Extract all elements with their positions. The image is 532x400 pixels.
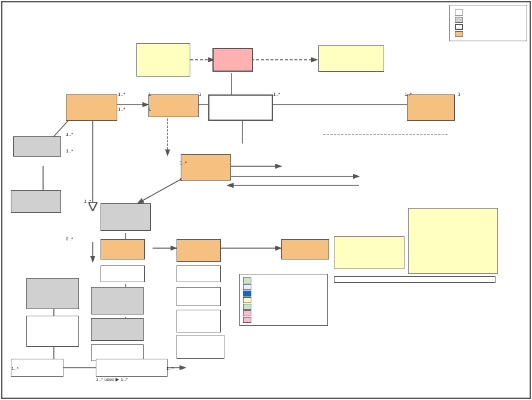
tc-planetary-swatch <box>243 291 251 297</box>
ad-element-rel-node <box>11 190 61 213</box>
soi-node <box>208 94 273 121</box>
mult-11: 1..* <box>84 199 91 204</box>
basis-note <box>334 236 405 269</box>
mult-8: 1 <box>458 91 460 97</box>
concern-node <box>91 318 144 341</box>
architecture-view-node <box>177 310 221 332</box>
mult-4: 1 <box>148 106 151 112</box>
ontology-element-node <box>177 239 221 262</box>
tc-natural-abiotic <box>243 284 324 290</box>
architecture-viewpoint-node <box>91 287 144 314</box>
system-class-node <box>281 239 329 259</box>
model-kind-node <box>177 265 221 282</box>
system-description-node <box>181 154 231 181</box>
mult-10: 1..* <box>66 148 73 154</box>
adf-note-node <box>318 45 384 72</box>
sysdescadf-node <box>148 94 199 117</box>
soladf-node <box>407 94 455 121</box>
stakeholder-node <box>177 287 221 306</box>
mult-14: 0..* <box>66 236 73 242</box>
overall-box <box>334 276 495 283</box>
ad-element-node <box>13 136 61 157</box>
legend-item-concrete <box>455 10 522 16</box>
mult-12: 1..* <box>180 160 187 166</box>
stakeholder-perspective-node <box>177 335 224 359</box>
legend-box <box>449 5 527 41</box>
mult-16: 1..* <box>166 366 174 371</box>
mult-5: 1 <box>199 91 201 97</box>
aspect-node <box>101 239 145 259</box>
label-uses2: 1..* uses ▶ 1..* <box>96 377 128 382</box>
mult-6: 1..* <box>273 91 280 97</box>
sdsf-node <box>212 48 253 72</box>
correspondence-node <box>11 359 63 377</box>
tc-designed-physical <box>243 297 324 303</box>
mult-7: 1..* <box>405 91 412 97</box>
mult-9: 1..* <box>66 132 73 137</box>
legend-item-abstract <box>455 17 522 23</box>
mult-13: 1 <box>180 177 182 182</box>
mult-3: 1 <box>148 91 151 97</box>
top-classes-box <box>239 274 328 326</box>
adl-node <box>26 316 79 347</box>
concrete-swatch <box>455 10 463 16</box>
sdsf-note-node <box>136 43 190 77</box>
adf-node <box>26 278 79 309</box>
legend-item-soi <box>455 24 522 30</box>
tc-planetary <box>243 291 324 297</box>
architecture-description-node <box>101 203 151 231</box>
mult-2: 1..* <box>118 106 125 112</box>
tc-natural <box>243 277 324 283</box>
abstract-swatch <box>455 17 463 23</box>
tc-natural-abiotic-swatch <box>243 284 251 290</box>
legend-node-box <box>101 265 145 282</box>
mult-1: 1..* <box>118 91 125 97</box>
tc-transcendental <box>243 317 324 323</box>
correspondence-method-node <box>96 359 168 377</box>
mult-15: 1..* <box>11 366 19 371</box>
syselement-swatch <box>455 31 463 37</box>
structural-category-node <box>66 94 117 121</box>
tc-human-swatch <box>243 304 251 310</box>
tc-designed-abstract-swatch <box>243 310 251 316</box>
tc-human <box>243 304 324 310</box>
tc-natural-swatch <box>243 277 251 283</box>
soi-swatch <box>455 24 463 30</box>
tc-transcendental-swatch <box>243 317 251 323</box>
outer-border <box>1 1 531 399</box>
legend-item-syselement <box>455 31 522 37</box>
tc-designed-physical-swatch <box>243 297 251 303</box>
tc-designed-abstract <box>243 310 324 316</box>
system-class-note <box>408 208 498 274</box>
